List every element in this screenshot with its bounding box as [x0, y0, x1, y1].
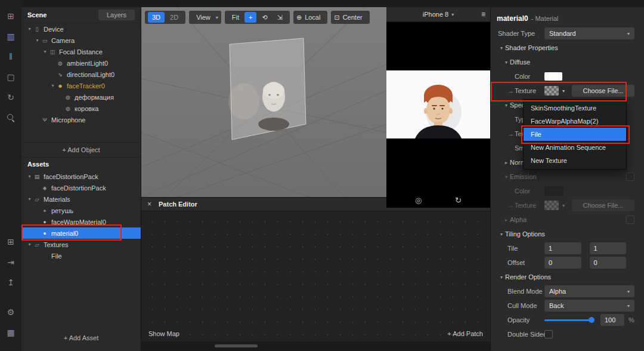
- section-caret-icon[interactable]: ▸: [503, 160, 510, 165]
- choose-file-button[interactable]: Choose File...: [572, 199, 634, 211]
- asset-row-file-texture[interactable]: File: [21, 250, 141, 261]
- search-icon[interactable]: [3, 110, 18, 125]
- asset-row-textures-folder[interactable]: ▾ ▱ Textures: [21, 239, 141, 250]
- show-map-button[interactable]: Show Map: [148, 330, 179, 337]
- menu-item-skin-smoothing-texture[interactable]: SkinSmoothingTexture: [524, 101, 626, 115]
- move-tool-icon[interactable]: +: [244, 12, 256, 23]
- disclosure-arrow[interactable]: ▾: [34, 38, 41, 43]
- camera-flip-icon[interactable]: ◎: [415, 196, 422, 205]
- patch-editor-canvas[interactable]: [141, 211, 490, 342]
- asset-label: material0: [51, 230, 78, 237]
- selection-frame-icon[interactable]: ▢: [3, 69, 18, 85]
- menu-item-file[interactable]: File: [524, 128, 626, 141]
- double-sided-checkbox[interactable]: [544, 330, 553, 338]
- toolbars-icon[interactable]: ‖: [3, 49, 18, 64]
- scale-tool-icon[interactable]: ⇲: [273, 12, 287, 23]
- texture-swatch[interactable]: [544, 86, 559, 96]
- alpha-section[interactable]: ▸ Alpha: [491, 213, 644, 227]
- asset-row-face-warp-material[interactable]: ● faceWarpMaterial0: [21, 216, 141, 227]
- section-caret-icon[interactable]: ▾: [498, 232, 505, 237]
- diffuse-color-row: Color: [491, 69, 644, 84]
- disclosure-arrow[interactable]: ▾: [26, 26, 33, 32]
- center-button[interactable]: ⊡ Center: [331, 11, 369, 24]
- alpha-checkbox[interactable]: [626, 215, 634, 224]
- color-swatch[interactable]: [544, 72, 562, 81]
- disclosure-arrow[interactable]: ▾: [26, 242, 33, 247]
- add-file-icon[interactable]: ⊞: [3, 234, 18, 250]
- section-caret-icon[interactable]: ▾: [498, 275, 505, 280]
- preferences-icon[interactable]: ⚙: [3, 304, 18, 320]
- color-swatch[interactable]: [544, 186, 564, 196]
- add-asset-button[interactable]: + Add Asset: [21, 334, 141, 341]
- tree-row-korovka[interactable]: ◍ коровка: [21, 103, 141, 114]
- asset-row-materials-folder[interactable]: ▾ ▱ Materials: [21, 193, 141, 205]
- texture-dropdown-caret[interactable]: ▾: [559, 88, 568, 94]
- menu-item-face-warp-alpha-map[interactable]: FaceWarpAlphaMap(2): [524, 115, 626, 128]
- opacity-slider[interactable]: [544, 319, 593, 321]
- asset-row-material0[interactable]: ● material0: [21, 227, 141, 239]
- device-preview-icon[interactable]: ▥: [3, 29, 18, 44]
- view-menu-button[interactable]: View ▾: [189, 11, 221, 24]
- tree-row-microphone[interactable]: Ψ Microphone: [21, 114, 141, 125]
- fit-button[interactable]: Fit: [228, 12, 243, 23]
- viewport-3d[interactable]: 3D 2D View ▾ Fit + ⟲ ⇲ ⊕ Local ⊡ Center: [141, 7, 386, 197]
- tile-y-input[interactable]: 1: [590, 242, 627, 254]
- choose-file-button[interactable]: Choose File...: [572, 85, 634, 97]
- tree-row-device[interactable]: ▾ ▯ Device: [21, 23, 141, 35]
- opacity-slider-knob[interactable]: [589, 317, 595, 323]
- section-caret-icon[interactable]: ▾: [503, 103, 510, 108]
- layout-panels-icon[interactable]: ⊞: [3, 8, 18, 24]
- tiling-options-section[interactable]: ▾ Tiling Options: [491, 227, 644, 241]
- close-icon[interactable]: ×: [147, 200, 151, 208]
- shader-properties-section[interactable]: ▾ Shader Properties: [491, 41, 644, 55]
- disclosure-arrow[interactable]: ▾: [42, 49, 48, 54]
- menu-item-new-texture[interactable]: New Texture: [524, 154, 626, 167]
- disclosure-arrow[interactable]: ▾: [49, 83, 56, 88]
- section-caret-icon[interactable]: ▸: [503, 217, 510, 223]
- import-icon[interactable]: ⇥: [3, 254, 18, 270]
- opacity-input[interactable]: 100: [600, 314, 624, 326]
- rotate-tool-icon[interactable]: ⟲: [258, 12, 271, 23]
- asset-row-face-distortion-pack[interactable]: ▾ ▤ faceDistortionPack: [21, 171, 141, 182]
- view-2d-button[interactable]: 2D: [166, 12, 182, 23]
- add-object-button[interactable]: + Add Object: [21, 142, 141, 158]
- tree-row-face-tracker[interactable]: ▾ ☻ faceTracker0: [21, 80, 141, 91]
- emission-section[interactable]: ▾ Emission: [491, 170, 644, 184]
- tile-x-input[interactable]: 1: [544, 242, 581, 254]
- disclosure-arrow[interactable]: ▾: [26, 196, 33, 202]
- tree-row-ambient-light[interactable]: ◍ ambientLight0: [21, 57, 141, 69]
- grid-view-icon[interactable]: ▦: [3, 325, 18, 340]
- view-3d-button[interactable]: 3D: [148, 12, 165, 23]
- texture-swatch[interactable]: [544, 201, 559, 210]
- blend-mode-select[interactable]: Alpha▾: [544, 285, 634, 297]
- asset-row-face-distortion-pack-child[interactable]: ◈ faceDistortionPack: [21, 182, 141, 193]
- device-selector[interactable]: iPhone 8 ▾: [423, 11, 454, 18]
- section-caret-icon[interactable]: ▾: [498, 45, 505, 51]
- section-caret-icon[interactable]: ▾: [503, 60, 510, 65]
- section-caret-icon[interactable]: ▾: [503, 174, 510, 180]
- tree-row-deformation[interactable]: ◍ деформация: [21, 91, 141, 103]
- cull-mode-select[interactable]: Back▾: [544, 300, 634, 312]
- emission-checkbox[interactable]: [626, 173, 634, 181]
- offset-y-input[interactable]: 0: [590, 257, 627, 269]
- add-patch-button[interactable]: + Add Patch: [447, 330, 483, 337]
- asset-row-retouch-material[interactable]: ● ретушь: [21, 205, 141, 216]
- texture-dropdown-caret[interactable]: ▾: [559, 203, 568, 208]
- tree-row-camera[interactable]: ▾ ▭ Camera: [21, 35, 141, 46]
- restart-icon[interactable]: ↻: [3, 90, 18, 105]
- export-icon[interactable]: ↥: [3, 275, 18, 290]
- render-options-section[interactable]: ▾ Render Options: [491, 270, 644, 284]
- horizontal-scrollbar[interactable]: [215, 344, 258, 347]
- tree-row-focal-distance[interactable]: ▾ ◫ Focal Distance: [21, 46, 141, 57]
- offset-x-input[interactable]: 0: [544, 257, 581, 269]
- menu-item-new-animation-sequence[interactable]: New Animation Sequence: [524, 141, 626, 154]
- tree-row-directional-light[interactable]: ⇘ directionalLight0: [21, 69, 141, 80]
- rotate-device-icon[interactable]: ↻: [455, 196, 462, 205]
- disclosure-arrow[interactable]: ▾: [26, 174, 33, 179]
- tab-layers[interactable]: Layers: [98, 10, 135, 20]
- simulator-menu-icon[interactable]: ≡: [481, 10, 485, 19]
- local-space-button[interactable]: ⊕ Local: [293, 11, 328, 24]
- tab-scene[interactable]: Scene: [27, 11, 47, 19]
- diffuse-section[interactable]: ▾ Diffuse: [491, 55, 644, 69]
- shader-type-select[interactable]: Standard▾: [544, 27, 634, 39]
